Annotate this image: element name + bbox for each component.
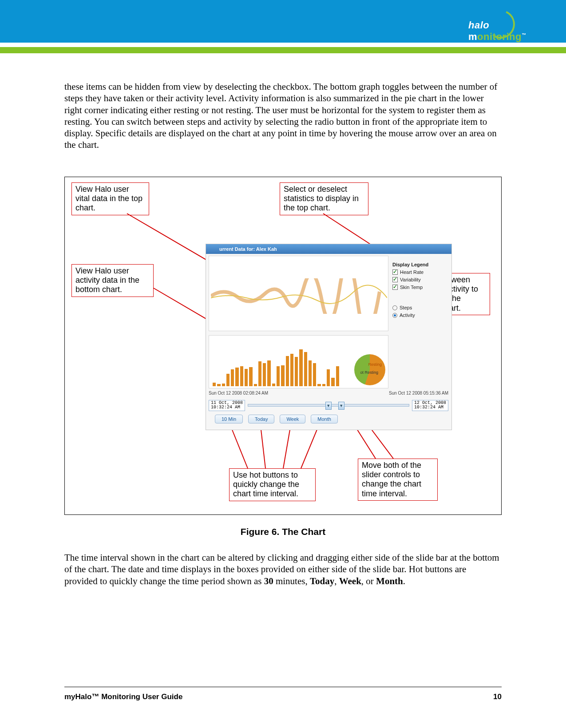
pie-label-resting: Resting	[368, 362, 382, 367]
p2-bold-today: Today	[310, 576, 334, 586]
radio-label: Activity	[400, 313, 415, 318]
callout-vital-data: View Halo user vital data in the top cha…	[71, 182, 149, 215]
body-paragraph-1: these items can be hidden from view by d…	[64, 81, 502, 151]
checkbox-icon[interactable]	[392, 277, 398, 282]
date-box-left: 11 Oct, 2008 10:32:24 AM	[209, 400, 245, 411]
figure-6: View Halo user vital data in the top cha…	[64, 177, 502, 515]
legend-item-variability[interactable]: Variability	[392, 277, 448, 282]
pie-label-not-resting: ot Resting	[360, 370, 378, 375]
figure-caption: Figure 6. The Chart	[64, 526, 502, 537]
chart-app-title: urrent Data for: Alex Kah	[206, 244, 451, 254]
page-footer: myHalo™ Monitoring User Guide 10	[64, 692, 502, 701]
header-band-white	[0, 43, 566, 47]
legend-label: Skin Temp	[400, 285, 423, 290]
header-band-green	[0, 47, 566, 53]
activity-bars	[213, 344, 339, 386]
legend-label: Variability	[400, 277, 421, 282]
vitals-chart	[209, 256, 388, 331]
slider-handle-right[interactable]: ▼	[338, 402, 344, 410]
radio-label: Steps	[400, 305, 412, 310]
checkbox-icon[interactable]	[392, 269, 398, 275]
legend-panel: Display Legend Heart Rate Variability Sk…	[392, 262, 448, 320]
p2-m2: ,	[334, 576, 339, 586]
time-slider: 11 Oct, 2008 10:32:24 AM ▼ ▼ 12 Oct, 200…	[209, 400, 448, 411]
xaxis-right: Sun Oct 12 2008 05:15:36 AM	[389, 391, 448, 396]
activity-chart: Resting ot Resting	[209, 335, 388, 388]
p2-end: .	[403, 576, 405, 586]
legend-header: Display Legend	[392, 262, 448, 267]
body-paragraph-2: The time interval shown in the chart can…	[64, 552, 502, 587]
p2-bold-week: Week	[339, 576, 361, 586]
logo-word-onitoring: onitoring	[477, 31, 522, 42]
chart-app-window: urrent Data for: Alex Kah Display Legend…	[206, 244, 452, 430]
footer-page: 10	[493, 692, 502, 701]
resting-pie	[354, 354, 385, 385]
radio-item-steps[interactable]: Steps	[392, 305, 448, 310]
callout-hot-buttons: Use hot buttons to quickly change the ch…	[229, 468, 316, 501]
logo-text: halo monitoring™	[468, 20, 549, 43]
p2-bold-30: 30	[264, 576, 273, 586]
hot-button-week[interactable]: Week	[280, 415, 305, 423]
p2-m3: , or	[361, 576, 376, 586]
legend-item-skin-temp[interactable]: Skin Temp	[392, 285, 448, 290]
legend-label: Heart Rate	[400, 269, 424, 275]
brand-logo: halo monitoring™	[468, 6, 553, 41]
radio-icon[interactable]	[392, 313, 397, 318]
radio-icon[interactable]	[392, 305, 397, 310]
radio-item-activity[interactable]: Activity	[392, 313, 448, 318]
xaxis-labels: Sun Oct 12 2008 02:08:24 AM Sun Oct 12 2…	[209, 391, 448, 396]
callout-activity-data: View Halo user activity data in the bott…	[71, 264, 154, 297]
hot-button-row: 10 Min Today Week Month	[215, 415, 338, 423]
slider-handle-left[interactable]: ▼	[325, 402, 332, 410]
footer-title: myHalo™ Monitoring User Guide	[64, 692, 182, 701]
legend-item-heart-rate[interactable]: Heart Rate	[392, 269, 448, 275]
callout-legend: Select or deselect statistics to display…	[280, 182, 368, 215]
callout-sliders: Move both of the slider controls to chan…	[358, 459, 438, 501]
xaxis-left: Sun Oct 12 2008 02:08:24 AM	[209, 391, 268, 396]
p2-bold-month: Month	[376, 576, 403, 586]
logo-word-halo: halo	[468, 20, 489, 31]
footer-rule	[64, 687, 502, 687]
logo-tm: ™	[522, 32, 526, 37]
hot-button-month[interactable]: Month	[311, 415, 338, 423]
slider-track[interactable]: ▼ ▼	[248, 404, 409, 407]
date-box-right: 12 Oct, 2008 10:32:24 AM	[412, 400, 448, 411]
p2-m1: minutes,	[273, 576, 310, 586]
vitals-line-icon	[211, 278, 387, 314]
hot-button-today[interactable]: Today	[248, 415, 274, 423]
hot-button-10min[interactable]: 10 Min	[215, 415, 243, 423]
checkbox-icon[interactable]	[392, 285, 398, 290]
